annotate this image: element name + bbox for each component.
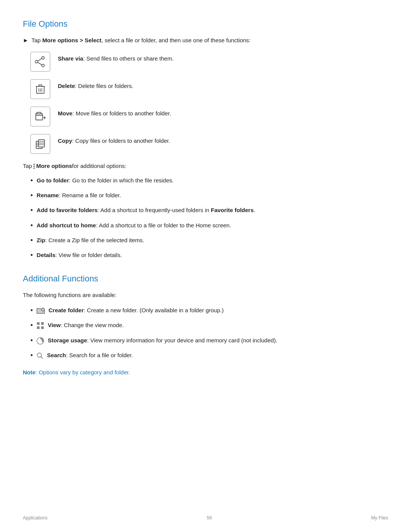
more-options-tap: Tap <box>23 161 32 171</box>
copy-icon <box>35 138 46 150</box>
bullet-search: Search: Search for a file or folder. <box>30 351 388 360</box>
footer-left: Applications <box>23 515 48 521</box>
svg-line-3 <box>38 59 41 61</box>
delete-text: : Delete files or folders. <box>75 83 133 89</box>
more-options-end: for additional options: <box>72 161 126 171</box>
svg-point-2 <box>35 61 38 63</box>
search-sm-icon <box>37 352 43 359</box>
additional-functions-list: Create folder: Create a new folder. (Onl… <box>30 306 388 360</box>
svg-rect-11 <box>36 114 43 120</box>
footer-center: 56 <box>207 515 212 521</box>
footer-right: My Files <box>371 515 388 521</box>
note-label: Note <box>23 369 35 375</box>
bullet-rename: Rename: Rename a file or folder. <box>30 191 388 200</box>
note-text: : Options vary by category and folder. <box>35 369 130 375</box>
bullet-go-to-folder: Go to folder: Go to the folder in which … <box>30 176 388 185</box>
add-favorite-text: Add to favorite folders: Add a shortcut … <box>37 206 255 215</box>
intro-text-end: , select a file or folder, and then use … <box>102 37 251 43</box>
details-text: Details: View file or folder details. <box>37 251 122 260</box>
bullet-add-favorite: Add to favorite folders: Add a shortcut … <box>30 206 388 215</box>
more-options-bold: More options <box>36 161 72 171</box>
following-text: The following functions are available: <box>23 291 388 300</box>
svg-point-1 <box>42 64 45 67</box>
intro-bold: More options > Select <box>42 37 101 43</box>
footer: Applications 56 My Files <box>0 515 411 521</box>
create-folder-text: Create folder: Create a new folder. (Onl… <box>37 306 223 315</box>
storage-text: Storage usage: View memory information f… <box>37 336 277 345</box>
triangle-icon: ► <box>23 37 29 43</box>
file-options-title: File Options <box>23 19 388 29</box>
svg-rect-23 <box>37 322 40 325</box>
more-options-dots-icon <box>33 164 35 169</box>
intro-text-start: Tap <box>32 37 42 43</box>
search-text: Search: Search for a file or folder. <box>37 351 133 360</box>
share-icon <box>35 56 46 67</box>
share-via-label: Share via <box>58 55 83 62</box>
move-icon <box>35 111 46 122</box>
delete-icon-box <box>30 79 50 99</box>
bullet-create-folder: Create folder: Create a new folder. (Onl… <box>30 306 388 315</box>
storage-icon <box>37 337 44 345</box>
svg-point-28 <box>39 339 42 342</box>
move-row: Move: Move files or folders to another f… <box>30 107 388 126</box>
svg-rect-7 <box>39 85 42 86</box>
delete-icon <box>35 83 46 95</box>
move-text: : Move files or folders to another folde… <box>72 110 171 117</box>
copy-icon-box <box>30 134 50 154</box>
copy-label: Copy <box>58 137 72 144</box>
create-folder-icon <box>37 307 45 315</box>
bullet-details: Details: View file or folder details. <box>30 251 388 260</box>
note-line: Note: Options vary by category and folde… <box>23 368 388 377</box>
bullet-zip: Zip: Create a Zip file of the selected i… <box>30 236 388 245</box>
go-to-folder-text: Go to folder: Go to the folder in which … <box>37 176 174 185</box>
svg-line-30 <box>41 356 43 358</box>
svg-rect-25 <box>37 326 40 329</box>
share-via-desc: Share via: Send files to others or share… <box>58 52 174 63</box>
move-desc: Move: Move files or folders to another f… <box>58 107 171 118</box>
delete-row: Delete: Delete files or folders. <box>30 79 388 99</box>
add-shortcut-text: Add shortcut to home: Add a shortcut to … <box>37 221 231 230</box>
delete-label: Delete <box>58 83 75 89</box>
move-icon-box <box>30 107 50 126</box>
share-icon-box <box>30 52 50 72</box>
svg-rect-24 <box>41 322 44 325</box>
move-label: Move <box>58 110 72 117</box>
more-options-list: Go to folder: Go to the folder in which … <box>30 176 388 260</box>
share-via-text: : Send files to others or share them. <box>83 55 174 62</box>
delete-desc: Delete: Delete files or folders. <box>58 79 133 91</box>
svg-rect-26 <box>41 326 44 329</box>
copy-text: : Copy files or folders to another folde… <box>72 137 170 144</box>
zip-text: Zip: Create a Zip file of the selected i… <box>37 236 144 245</box>
bullet-add-shortcut: Add shortcut to home: Add a shortcut to … <box>30 221 388 230</box>
copy-desc: Copy: Copy files or folders to another f… <box>58 134 170 145</box>
svg-point-0 <box>42 57 45 59</box>
additional-functions-title: Additional Functions <box>23 274 388 284</box>
bullet-storage: Storage usage: View memory information f… <box>30 336 388 345</box>
bullet-view: View: Change the view mode. <box>30 321 388 330</box>
svg-line-4 <box>38 62 41 65</box>
more-options-line: Tap More options for additional options: <box>23 161 388 171</box>
share-via-row: Share via: Send files to others or share… <box>30 52 388 72</box>
view-icon <box>37 322 44 329</box>
view-text: View: Change the view mode. <box>37 321 124 330</box>
page-content: File Options ► Tap More options > Select… <box>0 0 411 407</box>
copy-row: Copy: Copy files or folders to another f… <box>30 134 388 154</box>
intro-paragraph: ► Tap More options > Select, select a fi… <box>23 36 388 45</box>
additional-functions-section: Additional Functions The following funct… <box>23 274 388 377</box>
rename-text: Rename: Rename a file or folder. <box>37 191 121 200</box>
